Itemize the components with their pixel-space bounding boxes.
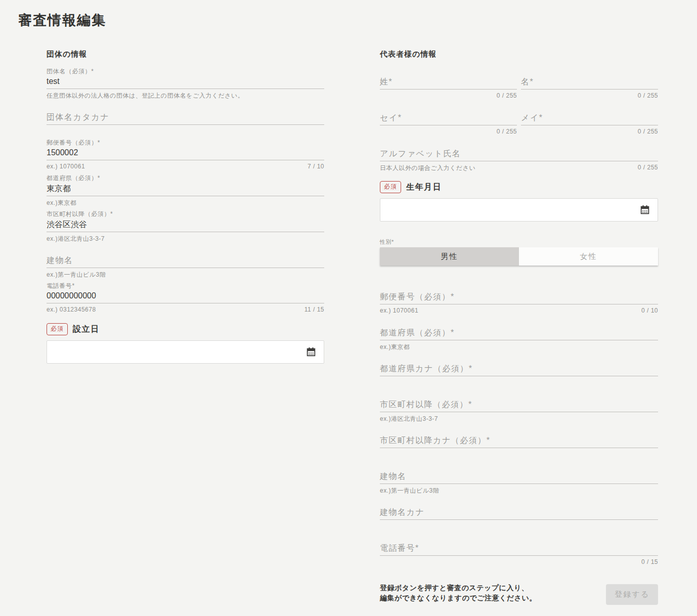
rep-city-kana-input[interactable]: 市区町村以降カナ（必須）* xyxy=(380,435,658,448)
org-building-helper: ex.)第一青山ビル3階 xyxy=(47,271,106,282)
rep-prefecture-kana-input[interactable]: 都道府県カナ（必須）* xyxy=(380,364,658,376)
organization-heading: 団体の情報 xyxy=(47,50,324,59)
first-name-kana-input[interactable]: メイ* xyxy=(521,113,658,125)
org-city-input[interactable]: 渋谷区渋谷 xyxy=(47,219,324,232)
org-city-label: 市区町村以降（必須）* xyxy=(47,210,324,219)
rep-phone-field: 電話番号* 0 / 15 xyxy=(380,534,658,569)
org-building-field: 建物名 ex.)第一青山ビル3階 xyxy=(47,246,324,282)
required-badge: 必須 xyxy=(380,181,401,193)
last-name-kana-field: セイ* 0 / 255 xyxy=(380,103,517,139)
birth-date-label: 生年月日 xyxy=(406,182,442,193)
org-name-input[interactable]: test xyxy=(47,77,324,89)
birth-date-label-row: 必須 生年月日 xyxy=(380,181,658,193)
gender-option-female[interactable]: 女性 xyxy=(519,247,658,266)
first-name-kana-counter: 0 / 255 xyxy=(638,128,658,139)
org-postal-input[interactable]: 1500002 xyxy=(47,148,324,160)
last-name-counter: 0 / 255 xyxy=(497,92,517,103)
org-postal-field: 郵便番号（必須）* 1500002 ex.) 1070061 7 / 10 xyxy=(47,139,324,174)
founding-date-label-row: 必須 設立日 xyxy=(47,323,324,335)
alphabet-name-field: アルファベット氏名 日本人以外の場合ご入力ください 0 / 255 xyxy=(380,139,658,175)
rep-postal-counter: 0 / 10 xyxy=(641,307,658,318)
org-postal-label: 郵便番号（必須）* xyxy=(47,139,324,148)
org-name-kana-field: 団体名カタカナ xyxy=(47,103,324,139)
rep-building-kana-input[interactable]: 建物名カナ xyxy=(380,507,658,520)
submit-warning-note: 登録ボタンを押すと審査のステップに入り、 編集ができなくなりますのでご注意くださ… xyxy=(380,583,537,603)
rep-building-input[interactable]: 建物名 xyxy=(380,471,658,484)
rep-city-field: 市区町村以降（必須）* ex.)港区北青山3-3-7 xyxy=(380,390,658,426)
representative-heading: 代表者様の情報 xyxy=(380,50,658,59)
rep-postal-field: 郵便番号（必須）* ex.) 1070061 0 / 10 xyxy=(380,282,658,318)
alphabet-name-counter: 0 / 255 xyxy=(638,164,658,175)
organization-section: 団体の情報 団体名（必須）* test 任意団体以外の法人格の団体は、登記上の団… xyxy=(47,50,324,605)
org-phone-input[interactable]: 00000000000 xyxy=(47,291,324,303)
org-name-field: 団体名（必須）* test 任意団体以外の法人格の団体は、登記上の団体名をご入力… xyxy=(47,67,324,103)
rep-phone-counter: 0 / 15 xyxy=(641,558,658,569)
org-postal-helper: ex.) 1070061 xyxy=(47,163,85,174)
rep-postal-input[interactable]: 郵便番号（必須）* xyxy=(380,292,658,304)
calendar-icon[interactable] xyxy=(639,204,651,216)
org-name-helper: 任意団体以外の法人格の団体は、登記上の団体名をご入力ください。 xyxy=(47,92,244,103)
last-name-kana-input[interactable]: セイ* xyxy=(380,113,517,125)
rep-prefecture-helper: ex.)東京都 xyxy=(380,343,410,354)
org-city-field: 市区町村以降（必須）* 渋谷区渋谷 ex.)港区北青山3-3-7 xyxy=(47,210,324,246)
review-info-edit-page: 審査情報編集 団体の情報 団体名（必須）* test 任意団体以外の法人格の団体… xyxy=(0,0,697,605)
calendar-icon[interactable] xyxy=(305,346,317,358)
rep-prefecture-kana-field: 都道府県カナ（必須）* xyxy=(380,354,658,390)
birth-date-input[interactable] xyxy=(380,198,658,222)
org-phone-field: 電話番号* 00000000000 ex.) 0312345678 11 / 1… xyxy=(47,282,324,317)
alphabet-name-input[interactable]: アルファベット氏名 xyxy=(380,149,658,161)
rep-building-helper: ex.)第一青山ビル3階 xyxy=(380,487,439,498)
org-name-label: 団体名（必須）* xyxy=(47,67,324,77)
rep-prefecture-input[interactable]: 都道府県（必須）* xyxy=(380,328,658,340)
gender-toggle: 男性 女性 xyxy=(380,247,658,266)
alphabet-name-helper: 日本人以外の場合ご入力ください xyxy=(380,164,475,175)
org-prefecture-label: 都道府県（必須）* xyxy=(47,174,324,184)
rep-building-field: 建物名 ex.)第一青山ビル3階 xyxy=(380,462,658,498)
rep-building-kana-field: 建物名カナ xyxy=(380,498,658,534)
form-footer: 登録ボタンを押すと審査のステップに入り、 編集ができなくなりますのでご注意くださ… xyxy=(380,583,658,605)
last-name-input[interactable]: 姓* xyxy=(380,77,517,90)
rep-city-kana-field: 市区町村以降カナ（必須）* xyxy=(380,426,658,462)
org-phone-helper: ex.) 0312345678 xyxy=(47,306,96,317)
org-building-input[interactable]: 建物名 xyxy=(47,255,324,268)
org-phone-label: 電話番号* xyxy=(47,282,324,291)
first-name-field: 名* 0 / 255 xyxy=(521,67,658,103)
rep-city-helper: ex.)港区北青山3-3-7 xyxy=(380,415,438,426)
org-prefecture-input[interactable]: 東京都 xyxy=(47,184,324,196)
org-postal-counter: 7 / 10 xyxy=(308,163,324,174)
rep-postal-helper: ex.) 1070061 xyxy=(380,307,418,318)
required-badge: 必須 xyxy=(47,323,68,335)
founding-date-label: 設立日 xyxy=(73,324,100,335)
org-prefecture-helper: ex.)東京都 xyxy=(47,199,77,210)
org-name-kana-input[interactable]: 団体名カタカナ xyxy=(47,112,324,125)
representative-section: 代表者様の情報 姓* 0 / 255 名* 0 / 255 セイ* 0 / 2 xyxy=(380,50,658,605)
first-name-kana-field: メイ* 0 / 255 xyxy=(521,103,658,139)
rep-city-input[interactable]: 市区町村以降（必須）* xyxy=(380,400,658,412)
gender-option-male[interactable]: 男性 xyxy=(380,247,519,266)
gender-label: 性別* xyxy=(380,238,658,246)
org-phone-counter: 11 / 15 xyxy=(304,306,324,317)
first-name-input[interactable]: 名* xyxy=(521,77,658,90)
form-columns: 団体の情報 団体名（必須）* test 任意団体以外の法人格の団体は、登記上の団… xyxy=(47,50,697,605)
last-name-kana-counter: 0 / 255 xyxy=(497,128,517,139)
rep-phone-input[interactable]: 電話番号* xyxy=(380,543,658,556)
org-prefecture-field: 都道府県（必須）* 東京都 ex.)東京都 xyxy=(47,174,324,210)
submit-button[interactable]: 登録する xyxy=(606,584,658,605)
page-title: 審査情報編集 xyxy=(18,11,697,29)
founding-date-input[interactable] xyxy=(47,340,324,364)
last-name-field: 姓* 0 / 255 xyxy=(380,67,517,103)
rep-prefecture-field: 都道府県（必須）* ex.)東京都 xyxy=(380,318,658,354)
first-name-counter: 0 / 255 xyxy=(638,92,658,103)
org-city-helper: ex.)港区北青山3-3-7 xyxy=(47,235,105,246)
